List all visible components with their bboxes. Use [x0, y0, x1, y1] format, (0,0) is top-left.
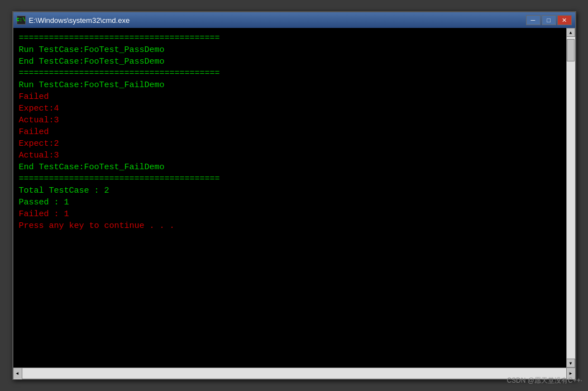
terminal-line: End TestCase:FooTest_PassDemo: [19, 56, 561, 68]
terminal-line: Total TestCase : 2: [19, 185, 561, 197]
maximize-button[interactable]: □: [542, 15, 556, 25]
scroll-left-button[interactable]: ◄: [13, 368, 22, 379]
window-controls: ─ □ ✕: [526, 15, 572, 25]
terminal-line: End TestCase:FooTest_FailDemo: [19, 161, 561, 173]
window-body: ========================================…: [13, 28, 575, 368]
title-bar: C:\ E:\Windows\system32\cmd.exe ─ □ ✕: [13, 12, 575, 28]
terminal-line: Run TestCase:FooTest_FailDemo: [19, 79, 561, 91]
scroll-track: [567, 37, 575, 359]
window-title: E:\Windows\system32\cmd.exe: [29, 16, 130, 25]
terminal-line: Failed: [19, 91, 561, 103]
terminal-line: ========================================: [19, 68, 561, 79]
terminal-line: ========================================: [19, 32, 561, 44]
terminal-line: Failed : 1: [19, 208, 561, 220]
terminal-line: Press any key to continue . . .: [19, 220, 561, 232]
cmd-window: C:\ E:\Windows\system32\cmd.exe ─ □ ✕ ==…: [12, 11, 576, 380]
watermark: CSDN @愿天堂没有C++·: [506, 376, 582, 385]
terminal-line: Actual:3: [19, 150, 561, 161]
vertical-scrollbar[interactable]: ▲ ▼: [566, 28, 575, 368]
close-button[interactable]: ✕: [557, 15, 572, 25]
cmd-icon: C:\: [17, 16, 26, 25]
minimize-button[interactable]: ─: [526, 15, 541, 25]
horizontal-scrollbar[interactable]: ◄ ►: [13, 368, 575, 379]
terminal-output[interactable]: ========================================…: [13, 28, 566, 368]
scroll-thumb[interactable]: [567, 39, 575, 61]
terminal-line: Failed: [19, 126, 561, 138]
terminal-line: Expect:4: [19, 103, 561, 115]
scroll-down-button[interactable]: ▼: [566, 359, 575, 368]
terminal-line: Expect:2: [19, 138, 561, 150]
terminal-line: Actual:3: [19, 115, 561, 126]
terminal-line: ========================================: [19, 173, 561, 185]
terminal-line: Run TestCase:FooTest_PassDemo: [19, 44, 561, 56]
title-bar-left: C:\ E:\Windows\system32\cmd.exe: [17, 16, 130, 25]
terminal-line: Passed : 1: [19, 197, 561, 208]
scroll-up-button[interactable]: ▲: [566, 28, 575, 37]
horizontal-track: [22, 368, 566, 379]
